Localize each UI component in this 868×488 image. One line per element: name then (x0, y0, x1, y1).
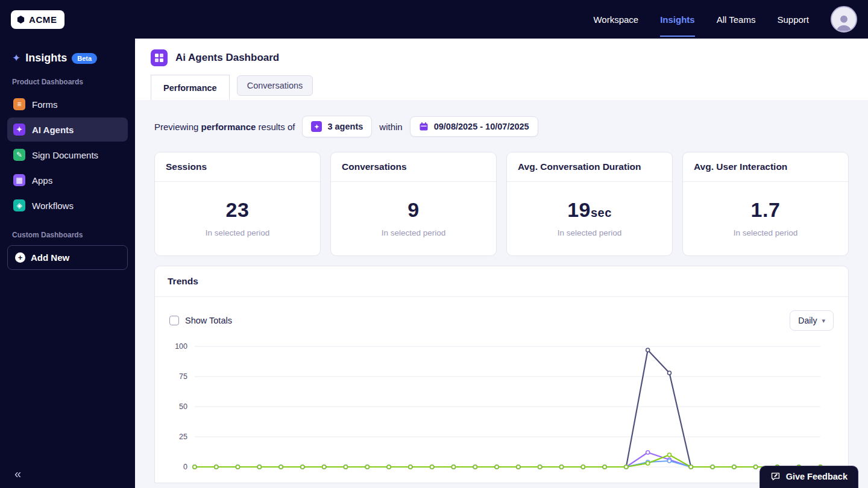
svg-text:0: 0 (183, 463, 187, 471)
brand-name: ACME (29, 14, 57, 25)
calendar-icon (419, 122, 429, 131)
stat-card-conversations: Conversations 9 In selected period (330, 152, 497, 256)
feedback-label: Give Feedback (786, 472, 848, 481)
trends-card: Trends Show Totals Daily ▾ 0255075100 (154, 266, 849, 483)
user-avatar[interactable] (831, 6, 857, 33)
sidebar-item-forms[interactable]: ≡ Forms (7, 92, 128, 116)
stat-card-avg-user-interaction: Avg. User Interaction 1.7 In selected pe… (682, 152, 849, 256)
trends-title: Trends (155, 266, 848, 297)
nav-support[interactable]: Support (777, 2, 809, 37)
apps-icon: ▦ (13, 174, 25, 186)
stat-value: 19sec (513, 198, 666, 222)
acme-logo-icon (16, 15, 25, 24)
preview-text: Previewing performance results of (154, 122, 295, 132)
main-area: Ai Agents Dashboard Performance Conversa… (135, 39, 868, 488)
stat-card-avg-conversation-duration: Avg. Conversation Duration 19sec In sele… (506, 152, 673, 256)
section-custom-dashboards: Custom Dashboards (12, 231, 123, 239)
dashboard-header: Ai Agents Dashboard Performance Conversa… (135, 39, 868, 100)
sidebar-item-label: Sign Documents (32, 150, 98, 160)
dashboard-glyph-icon (154, 53, 164, 63)
show-totals-label: Show Totals (185, 316, 232, 325)
sidebar-item-label: Forms (32, 99, 58, 110)
within-label: within (379, 122, 402, 132)
stat-value: 1.7 (689, 198, 842, 222)
insights-sparkle-icon: ✦ (12, 53, 20, 63)
sidebar: ✦ Insights Beta Product Dashboards ≡ For… (0, 39, 135, 488)
sidebar-title-text: Insights (25, 52, 67, 64)
svg-text:50: 50 (179, 402, 187, 411)
nav-insights[interactable]: Insights (660, 2, 695, 37)
svg-text:100: 100 (175, 342, 187, 351)
stat-title: Avg. User Interaction (683, 152, 848, 182)
stat-caption: In selected period (337, 228, 490, 237)
top-bar: ACME Workspace Insights All Teams Suppor… (0, 0, 868, 39)
nav-workspace[interactable]: Workspace (593, 2, 638, 37)
stats-row: Sessions 23 In selected period Conversat… (154, 152, 849, 256)
tab-bar: Performance Conversations (151, 75, 852, 100)
trend-chart-wrap: 0255075100 (155, 336, 848, 483)
feedback-icon (770, 471, 781, 481)
acme-logo[interactable]: ACME (11, 10, 64, 29)
agents-sparkle-icon: ✦ (311, 121, 322, 132)
stat-title: Avg. Conversation Duration (507, 152, 672, 182)
stat-caption: In selected period (513, 228, 666, 237)
tab-performance[interactable]: Performance (151, 75, 230, 100)
interval-label: Daily (798, 316, 817, 325)
svg-text:25: 25 (179, 433, 187, 441)
stat-value: 23 (161, 198, 314, 222)
add-new-button[interactable]: + Add New (7, 245, 128, 270)
sidebar-item-ai-agents[interactable]: ✦ AI Agents (7, 117, 128, 142)
sidebar-item-workflows[interactable]: ◈ Workflows (7, 193, 128, 217)
plus-icon: + (15, 252, 25, 263)
give-feedback-button[interactable]: Give Feedback (760, 466, 858, 488)
trend-line-chart: 0255075100 (167, 338, 836, 483)
workflows-icon: ◈ (13, 199, 25, 211)
stat-title: Sessions (155, 152, 320, 182)
stat-value: 9 (337, 198, 490, 222)
stat-caption: In selected period (161, 228, 314, 237)
sidebar-item-sign-documents[interactable]: ✎ Sign Documents (7, 143, 128, 167)
date-range-label: 09/08/2025 - 10/07/2025 (434, 122, 529, 131)
page-title: Ai Agents Dashboard (175, 52, 279, 64)
collapse-sidebar-icon[interactable]: « (14, 467, 21, 481)
sidebar-item-label: AI Agents (32, 125, 74, 135)
chevron-down-icon: ▾ (822, 317, 825, 325)
add-new-label: Add New (31, 252, 69, 263)
person-icon (834, 12, 854, 31)
agents-filter-label: 3 agents (327, 122, 363, 131)
stat-card-sessions: Sessions 23 In selected period (154, 152, 321, 256)
stat-caption: In selected period (689, 228, 842, 237)
show-totals-checkbox[interactable] (169, 316, 179, 325)
filter-row: Previewing performance results of ✦ 3 ag… (154, 116, 849, 137)
sidebar-item-label: Workflows (32, 201, 74, 211)
show-totals-toggle[interactable]: Show Totals (169, 316, 232, 325)
date-range-button[interactable]: 09/08/2025 - 10/07/2025 (410, 116, 538, 137)
sign-documents-icon: ✎ (13, 149, 25, 161)
sidebar-item-label: Apps (32, 175, 52, 186)
section-product-dashboards: Product Dashboards (12, 78, 123, 86)
agents-filter-button[interactable]: ✦ 3 agents (302, 116, 372, 137)
beta-badge: Beta (72, 53, 97, 64)
stat-title: Conversations (331, 152, 496, 182)
dashboard-app-icon (151, 49, 168, 66)
tab-conversations[interactable]: Conversations (237, 75, 313, 96)
svg-text:75: 75 (179, 372, 187, 381)
ai-agents-icon: ✦ (13, 124, 25, 136)
top-nav: Workspace Insights All Teams Support (593, 2, 857, 37)
nav-all-teams[interactable]: All Teams (717, 2, 756, 37)
sidebar-title: ✦ Insights Beta (7, 52, 128, 64)
sidebar-item-apps[interactable]: ▦ Apps (7, 168, 128, 192)
dashboard-content: Previewing performance results of ✦ 3 ag… (135, 100, 868, 483)
forms-icon: ≡ (13, 98, 25, 110)
interval-select[interactable]: Daily ▾ (790, 310, 834, 331)
